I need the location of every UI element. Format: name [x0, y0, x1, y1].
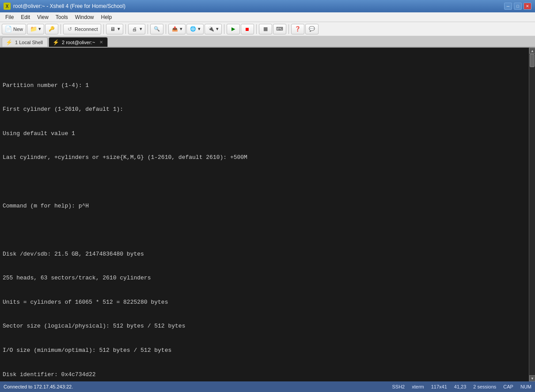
status-bar: Connected to 172.17.45.243:22. SSH2 xter…	[0, 381, 535, 392]
minimize-button[interactable]: ─	[504, 3, 512, 10]
terminal-line-5	[3, 178, 526, 186]
reconnect-button[interactable]: ↺ Reconnect	[63, 24, 101, 34]
globe-dropdown: ▾	[198, 26, 201, 32]
layout-btn[interactable]: ▦	[259, 24, 272, 34]
status-size: 117x41	[431, 384, 447, 389]
stop-btn[interactable]: ⏹	[241, 24, 254, 34]
terminal[interactable]: Partition number (1-4): 1 First cylinder…	[0, 48, 529, 381]
status-terminal: xterm	[412, 384, 424, 389]
tab-local-shell-label: 1 Local Shell	[15, 40, 43, 45]
terminal-line-7	[3, 226, 526, 234]
menu-help[interactable]: Help	[98, 13, 116, 21]
tab-close-button[interactable]: ✕	[99, 40, 103, 45]
tab-bar: ⚡ 1 Local Shell ⚡ 2 root@oliver:~ ✕	[0, 36, 535, 48]
print-dropdown: ▾	[140, 26, 142, 32]
new-label: New	[13, 26, 23, 32]
plugin-btn[interactable]: 🔌 ▾	[205, 24, 222, 34]
help-icon: ❓	[294, 26, 301, 33]
globe-icon: 🌐	[190, 26, 197, 33]
terminal-line-10: Units = cylinders of 16065 * 512 = 82252…	[3, 298, 526, 306]
main-area: Partition number (1-4): 1 First cylinder…	[0, 48, 535, 381]
terminal-line-9: 255 heads, 63 sectors/track, 2610 cylind…	[3, 274, 526, 282]
separator-8	[288, 24, 289, 34]
separator-2	[103, 24, 104, 34]
menu-window[interactable]: Window	[72, 13, 98, 21]
status-num: NUM	[520, 384, 531, 389]
window-controls: ─ □ ✕	[504, 3, 531, 10]
status-cap: CAP	[503, 384, 513, 389]
terminal-line-2: First cylinder (1-2610, default 1):	[3, 106, 526, 113]
new-icon: 📄	[5, 26, 12, 33]
plugin-dropdown: ▾	[216, 26, 219, 32]
new-button[interactable]: 📄 New	[2, 24, 26, 34]
keymap-icon: ⌨	[276, 26, 283, 33]
print-icon: 🖨	[131, 26, 138, 33]
separator-4	[148, 24, 148, 34]
zoom-btn[interactable]: 🔍	[150, 24, 163, 34]
screen-icon: 🖥	[109, 26, 116, 33]
title-bar: X root@oliver:~ - Xshell 4 (Free for Hom…	[0, 0, 535, 12]
reconnect-icon: ↺	[66, 26, 73, 33]
status-connected: Connected to 172.17.45.243:22.	[4, 384, 387, 389]
tab-root-oliver-label: 2 root@oliver:~	[62, 40, 95, 45]
screen-btn[interactable]: 🖥 ▾	[106, 24, 123, 34]
terminal-line-12: I/O size (minimum/optimal): 512 bytes / …	[3, 347, 526, 354]
scrollbar-down-button[interactable]: ▼	[529, 375, 535, 381]
properties-button[interactable]: 🔑	[45, 24, 58, 34]
zoom-icon: 🔍	[153, 26, 160, 33]
scrollbar[interactable]: ▲ ▼	[529, 48, 535, 381]
scrollbar-track[interactable]	[529, 54, 535, 375]
print-btn[interactable]: 🖨 ▾	[128, 24, 145, 34]
terminal-line-13: Disk identifier: 0x4c734d22	[3, 371, 526, 379]
plugin-icon: 🔌	[208, 26, 215, 33]
tab-local-shell[interactable]: ⚡ 1 Local Shell	[2, 37, 48, 47]
transfer-btn[interactable]: 📤 ▾	[168, 24, 186, 34]
status-sessions: 2 sessions	[473, 384, 496, 389]
open-dropdown-icon: ▾	[38, 26, 41, 32]
scrollbar-thumb[interactable]	[530, 54, 535, 67]
reconnect-label: Reconnect	[75, 26, 98, 32]
tab-root-oliver[interactable]: ⚡ 2 root@oliver:~ ✕	[49, 37, 108, 47]
help-btn[interactable]: ❓	[291, 24, 304, 34]
terminal-line-1: Partition number (1-4): 1	[3, 82, 526, 90]
terminal-content: Partition number (1-4): 1 First cylinder…	[3, 65, 526, 381]
status-right: SSH2 xterm 117x41 41,23 2 sessions CAP N…	[392, 384, 531, 389]
globe-btn[interactable]: 🌐 ▾	[186, 24, 204, 34]
tab-icon-active: ⚡	[53, 39, 59, 45]
close-button[interactable]: ✕	[524, 3, 531, 10]
screen-dropdown: ▾	[118, 26, 120, 32]
app-icon-label: X	[6, 4, 9, 9]
separator-5	[166, 24, 166, 34]
menu-view[interactable]: View	[34, 13, 52, 21]
separator-1	[61, 24, 61, 34]
terminal-line-4: Last cylinder, +cylinders or +size{K,M,G…	[3, 154, 526, 162]
status-protocol: SSH2	[392, 384, 405, 389]
play-btn[interactable]: ▶	[227, 24, 240, 34]
window-title: root@oliver:~ - Xshell 4 (Free for Home/…	[13, 3, 504, 9]
keymap-btn[interactable]: ⌨	[273, 24, 286, 34]
transfer-dropdown: ▾	[180, 26, 182, 32]
chat-icon: 💬	[308, 26, 315, 33]
menu-bar: File Edit View Tools Window Help	[0, 12, 535, 22]
separator-7	[256, 24, 257, 34]
separator-3	[125, 24, 126, 34]
transfer-icon: 📤	[171, 26, 178, 33]
layout-icon: ▦	[262, 26, 269, 33]
maximize-button[interactable]: □	[514, 3, 522, 10]
folder-icon: 📁	[30, 26, 37, 33]
separator-6	[224, 24, 224, 34]
terminal-line-11: Sector size (logical/physical): 512 byte…	[3, 322, 526, 330]
terminal-line-3: Using default value 1	[3, 130, 526, 138]
terminal-line-8: Disk /dev/sdb: 21.5 GB, 21474836480 byte…	[3, 250, 526, 258]
status-position: 41,23	[454, 384, 467, 389]
terminal-line-6: Command (m for help): p^H	[3, 202, 526, 210]
tab-icon-shell: ⚡	[6, 39, 12, 45]
menu-edit[interactable]: Edit	[17, 13, 34, 21]
chat-btn[interactable]: 💬	[305, 24, 319, 34]
app-icon: X	[4, 3, 11, 10]
open-button[interactable]: 📁 ▾	[27, 24, 44, 34]
toolbar: 📄 New 📁 ▾ 🔑 ↺ Reconnect 🖥 ▾ 🖨 ▾ 🔍 📤 ▾ 🌐 …	[0, 22, 535, 36]
menu-file[interactable]: File	[2, 13, 17, 21]
scrollbar-up-button[interactable]: ▲	[529, 48, 535, 54]
menu-tools[interactable]: Tools	[52, 13, 72, 21]
